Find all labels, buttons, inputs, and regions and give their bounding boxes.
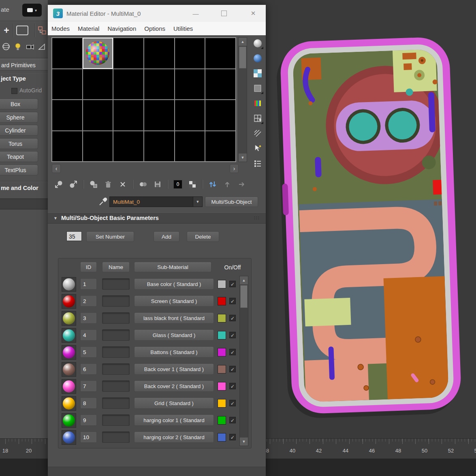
select-by-material-button[interactable]: [252, 142, 264, 154]
sample-slot[interactable]: [175, 38, 205, 69]
menu-options[interactable]: Options: [144, 25, 165, 32]
color-swatch[interactable]: [218, 382, 226, 391]
backlight-button[interactable]: [252, 52, 264, 64]
sub-material-preview[interactable]: [62, 345, 76, 360]
sample-slot[interactable]: [113, 69, 144, 100]
sample-slot[interactable]: [175, 69, 205, 100]
onoff-checkbox[interactable]: ✓: [229, 315, 236, 321]
pick-material-button[interactable]: [98, 196, 107, 206]
onoff-checkbox[interactable]: ✓: [229, 434, 236, 440]
make-unique-button[interactable]: [137, 179, 149, 190]
go-forward-to-sibling-button[interactable]: [236, 179, 248, 190]
object-type-button-cylinder[interactable]: Cylinder: [0, 125, 38, 136]
sub-material-preview[interactable]: [62, 413, 76, 428]
object-type-button-box[interactable]: Box: [0, 98, 38, 109]
object-type-button-torus[interactable]: Torus: [0, 138, 38, 149]
sample-slot[interactable]: [113, 100, 144, 131]
object-type-rollout[interactable]: ject Type: [0, 74, 48, 83]
lights-category[interactable]: [13, 40, 23, 53]
scrollbar-thumb[interactable]: [239, 47, 246, 68]
delete-material-button[interactable]: [102, 179, 114, 190]
id-cell[interactable]: 10: [80, 431, 97, 443]
selection-region-tab[interactable]: [15, 24, 29, 36]
name-field[interactable]: [102, 278, 130, 290]
onoff-checkbox[interactable]: ✓: [229, 349, 236, 355]
onoff-checkbox[interactable]: ✓: [229, 400, 236, 406]
background-button[interactable]: [252, 67, 264, 79]
name-field[interactable]: [102, 380, 130, 392]
top-dropdown-button[interactable]: ▾: [22, 4, 42, 17]
material-name-dropdown[interactable]: MultiMat_0 ▼: [109, 196, 203, 207]
object-name-field[interactable]: [0, 199, 50, 209]
color-swatch[interactable]: [218, 348, 226, 356]
color-swatch[interactable]: [218, 416, 226, 425]
object-type-button-textplus[interactable]: TextPlus: [0, 164, 38, 175]
id-cell[interactable]: 7: [80, 380, 97, 392]
sub-material-button[interactable]: Glass ( Standard ): [134, 329, 214, 341]
sample-slot[interactable]: [113, 38, 144, 69]
scroll-down-button[interactable]: ▼: [240, 438, 248, 446]
viewport-canvas[interactable]: [266, 0, 476, 438]
schematic-tab[interactable]: [36, 23, 48, 37]
id-cell[interactable]: 1: [80, 278, 97, 290]
standard-primitives-dropdown[interactable]: ard Primitives: [0, 59, 48, 70]
cameras-category[interactable]: [24, 40, 36, 53]
menu-modes[interactable]: Modes: [51, 25, 70, 32]
sub-material-button[interactable]: lass black front ( Standard: [134, 312, 214, 324]
color-swatch[interactable]: [218, 433, 226, 442]
minimize-button[interactable]: —: [190, 7, 202, 19]
sample-slot[interactable]: [52, 100, 83, 131]
scroll-down-button[interactable]: ▼: [239, 154, 247, 162]
onoff-checkbox[interactable]: ✓: [229, 417, 236, 423]
sample-slot[interactable]: [144, 131, 175, 162]
show-end-result-button[interactable]: [207, 179, 219, 190]
put-to-library-button[interactable]: [152, 179, 164, 190]
color-swatch[interactable]: [218, 297, 226, 305]
maximize-button[interactable]: [218, 7, 230, 19]
make-preview-button[interactable]: [252, 112, 264, 124]
onoff-checkbox[interactable]: ✓: [229, 332, 236, 338]
color-swatch[interactable]: [218, 331, 226, 339]
material-count-field[interactable]: 35: [66, 231, 82, 241]
sample-slot[interactable]: [205, 131, 236, 162]
sub-material-button[interactable]: harging color 2 ( Standard: [134, 431, 214, 443]
color-swatch[interactable]: [218, 314, 226, 322]
name-field[interactable]: [102, 312, 130, 324]
scroll-up-button[interactable]: ▲: [240, 276, 248, 284]
sub-material-preview[interactable]: [62, 277, 76, 292]
sub-material-preview[interactable]: [62, 362, 76, 377]
create-tab[interactable]: +: [1, 23, 12, 37]
menu-utilities[interactable]: Utilities: [173, 25, 193, 32]
header-name-button[interactable]: Name: [102, 262, 130, 272]
sample-slot[interactable]: [175, 100, 205, 131]
sample-slot-active[interactable]: [83, 38, 113, 69]
id-cell[interactable]: 9: [80, 414, 97, 426]
sub-material-preview[interactable]: [62, 311, 76, 326]
add-button[interactable]: Add: [154, 231, 179, 242]
table-scrollbar[interactable]: ▲ ▼: [239, 276, 248, 446]
window-titlebar[interactable]: 3 Material Editor - MultiMat_0 — ✕: [48, 5, 266, 22]
id-cell[interactable]: 2: [80, 295, 97, 307]
sample-slot[interactable]: [144, 38, 175, 69]
basic-parameters-rollout[interactable]: ▼ Multi/Sub-Object Basic Parameters: [48, 212, 266, 224]
id-cell[interactable]: 6: [80, 363, 97, 375]
sample-slot[interactable]: [205, 38, 236, 69]
sub-material-button[interactable]: Battons ( Standard ): [134, 346, 214, 358]
name-field[interactable]: [102, 397, 130, 409]
onoff-checkbox[interactable]: ✓: [229, 366, 236, 372]
sub-material-preview[interactable]: [62, 379, 76, 394]
slot-scrollbar[interactable]: ▲ ▼: [238, 37, 247, 162]
sub-material-button[interactable]: Back cover 1 ( Standard ): [134, 363, 214, 375]
scroll-up-button[interactable]: ▲: [239, 38, 247, 46]
sample-slot[interactable]: [83, 69, 113, 100]
sub-material-preview[interactable]: [62, 294, 76, 309]
scrollbar-thumb[interactable]: [240, 285, 248, 308]
delete-button[interactable]: Delete: [187, 231, 219, 242]
options-button[interactable]: [252, 127, 264, 139]
object-type-button-teapot[interactable]: Teapot: [0, 151, 38, 162]
name-field[interactable]: [102, 363, 130, 375]
menu-material[interactable]: Material: [78, 25, 99, 32]
helpers-category[interactable]: [36, 41, 47, 53]
autogrid-checkbox[interactable]: [11, 88, 17, 94]
sample-type-button[interactable]: [252, 37, 264, 49]
